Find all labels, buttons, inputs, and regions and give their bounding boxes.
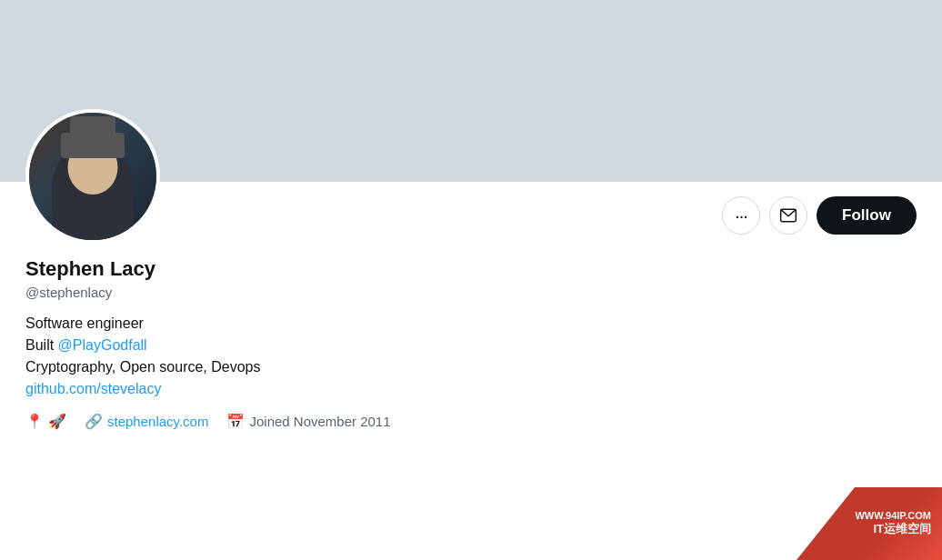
avatar-image	[29, 113, 156, 240]
location-icon: 📍	[25, 413, 44, 430]
avatar[interactable]	[25, 109, 160, 244]
meta-row: 📍 🚀 🔗 stephenlacy.com 📅 Joined November …	[25, 413, 917, 430]
bio-line3: Cryptography, Open source, Devops	[25, 356, 917, 378]
playgodfall-link[interactable]: @PlayGodfall	[58, 337, 147, 353]
github-link[interactable]: github.com/stevelacy	[25, 381, 161, 396]
profile-section: Follow Stephen Lacy @stephenlacy Softwar…	[0, 182, 942, 445]
rocket-icon: 🚀	[48, 413, 66, 430]
username: @stephenlacy	[25, 285, 917, 300]
watermark-url: WWW.94IP.COM	[855, 510, 931, 521]
joined-date: Joined November 2011	[249, 414, 390, 429]
mail-icon	[779, 206, 797, 225]
watermark-brand: IT运维空间	[873, 521, 931, 537]
message-button[interactable]	[769, 196, 807, 235]
bio: Software engineer Built @PlayGodfall Cry…	[25, 313, 917, 400]
bio-line1: Software engineer	[25, 313, 917, 335]
watermark: WWW.94IP.COM IT运维空间	[797, 487, 942, 560]
link-icon: 🔗	[85, 413, 103, 430]
location-item: 📍 🚀	[25, 413, 66, 430]
website-item: 🔗 stephenlacy.com	[85, 413, 208, 430]
more-options-button[interactable]	[722, 196, 760, 235]
action-buttons: Follow	[722, 196, 917, 235]
joined-item: 📅 Joined November 2011	[226, 413, 390, 430]
bio-line2-prefix: Built	[25, 337, 58, 353]
follow-button[interactable]: Follow	[817, 196, 917, 235]
website-link[interactable]: stephenlacy.com	[107, 414, 208, 429]
calendar-icon: 📅	[226, 413, 245, 430]
more-icon	[735, 205, 747, 226]
hat-decoration	[61, 133, 125, 158]
bio-line2: Built @PlayGodfall	[25, 335, 917, 356]
display-name: Stephen Lacy	[25, 256, 917, 283]
